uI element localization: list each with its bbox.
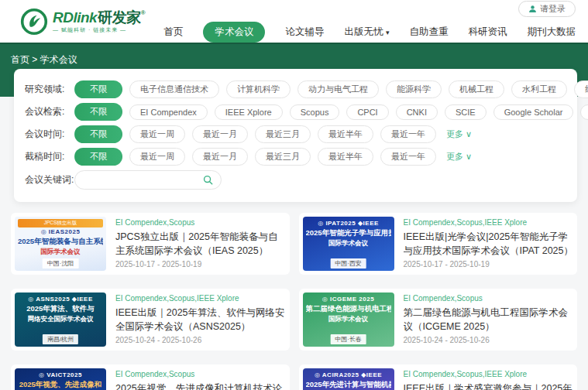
filter-pill[interactable]: 最近一年 xyxy=(380,125,436,143)
filter-pill[interactable]: 电子信息通信技术 xyxy=(129,80,219,98)
more-link[interactable]: 更多 ∨ xyxy=(446,128,472,140)
filter-pill[interactable]: 最近一月 xyxy=(192,148,248,166)
banner-title-line1: 2025年先进计算与智能机器人应用 xyxy=(306,380,391,390)
filter-label: 截稿时间: xyxy=(25,150,74,163)
filter-pill[interactable]: 能源科学 xyxy=(386,80,442,98)
conference-title[interactable]: IEEE出版｜2025年算法、软件与网络安全国际学术会议（ASNS2025） xyxy=(115,306,286,334)
banner-heading: ◎ IEAS2025 xyxy=(18,228,103,235)
filter-pill[interactable]: 最近一周 xyxy=(129,148,185,166)
filter-pill[interactable]: 最近三月 xyxy=(255,125,311,143)
conference-title[interactable]: JPCS独立出版｜2025年智能装备与自主系统国际学术会议（IEAS 2025） xyxy=(115,230,286,258)
conference-card[interactable]: JPCS独立出版 ◎ IEAS2025 2025年智能装备与自主系统 国际学术会… xyxy=(11,213,290,275)
conference-title[interactable]: IEEE出版|光学会议|2025年智能光子学与应用技术国际学术会议（IPAT 2… xyxy=(404,230,574,258)
breadcrumb[interactable]: 首页 > 学术会议 xyxy=(11,53,577,67)
index-tags: EI Compendex,Scopus xyxy=(115,370,286,378)
nav-conferences[interactable]: 学术会议 xyxy=(203,22,265,43)
filter-pill[interactable]: 不限 xyxy=(74,148,122,166)
index-tags: EI Compendex,Scopus,IEEE Xplore xyxy=(404,370,574,378)
banner-title-line1: 2025年视觉、先进成像和 xyxy=(18,380,103,390)
keyword-search-input[interactable] xyxy=(83,176,203,185)
conference-dates: 2025-10-24 - 2025-10-26 xyxy=(404,336,490,344)
banner-strip: JPCS独立出版 xyxy=(18,219,103,228)
keyword-search-box xyxy=(74,170,222,190)
banner-title-line2: 国际学术会议 xyxy=(306,239,391,248)
conference-banner-image: JPCS独立出版 ◎ IEAS2025 2025年智能装备与自主系统 国际学术会… xyxy=(15,217,106,271)
banner-heading: ◎ ASNS2025 ◆IEEE xyxy=(18,296,103,303)
conference-card[interactable]: ◎ VAICT2025 2025年视觉、先进成像和 计算机技术国际学术会议 EI… xyxy=(11,364,290,390)
filter-pill[interactable]: 不限 xyxy=(74,103,122,121)
filter-pill[interactable]: 动力与电气工程 xyxy=(297,80,379,98)
filter-pill[interactable]: Scopus xyxy=(290,104,340,120)
filter-pill[interactable]: 计算机科学 xyxy=(226,80,291,98)
filter-pill[interactable]: 经济学 xyxy=(574,80,588,98)
logo-hand-icon xyxy=(20,8,48,36)
brand-tagline: — 赋能科研 · 链接未来 — xyxy=(53,27,145,32)
filter-pill[interactable]: 最近半年 xyxy=(318,125,373,143)
banner-title-line2: 国际学术会议 xyxy=(306,315,391,324)
nav-paper-coaching[interactable]: 论文辅导 xyxy=(285,26,324,39)
conference-card[interactable]: ◎ IPAT2025 ◆IEEE 2025年智能光子学与应用技术 国际学术会议 … xyxy=(299,213,578,275)
filter-row-deadline-time: 截稿时间: 不限 最近一周 最近一月 最近三月 最近半年 最近一年 更多 ∨ xyxy=(25,148,566,166)
banner-heading: ◎ IPAT2025 ◆IEEE xyxy=(306,220,391,227)
location-badge: 中国·西安 xyxy=(330,258,366,269)
logo[interactable]: RDlink研发家® — 赋能科研 · 链接未来 — xyxy=(20,8,145,36)
banner-heading: ◎ ACIRA2025 ◆IEEE xyxy=(306,371,391,378)
conference-card-grid: JPCS独立出版 ◎ IEAS2025 2025年智能装备与自主系统 国际学术会… xyxy=(0,202,588,390)
filter-pill[interactable]: CPCI xyxy=(346,104,388,120)
app-header: RDlink研发家® — 赋能科研 · 链接未来 — 请登录 首页 学术会议 论… xyxy=(0,0,588,43)
banner-title-line1: 2025年智能装备与自主系统 xyxy=(18,237,103,247)
conference-card[interactable]: ◎ ASNS2025 ◆IEEE 2025年算法、软件与 网络安全国际学术会议 … xyxy=(11,289,290,351)
conference-dates: 2025-10-17 - 2025-10-19 xyxy=(404,260,490,269)
location-badge: 中国·沈阳 xyxy=(43,258,79,269)
conference-title[interactable]: IEEE出版｜学术盛宴邀您参与｜2025年先进计算与智能机器人应用国际学术会议（… xyxy=(404,381,574,390)
conference-banner-image: ◎ VAICT2025 2025年视觉、先进成像和 计算机技术国际学术会议 xyxy=(15,368,106,390)
banner-title-line1: 2025年算法、软件与 xyxy=(18,304,103,314)
filter-pill[interactable]: 最近一周 xyxy=(129,125,185,143)
search-icon[interactable] xyxy=(203,175,213,185)
filter-row-conference-time: 会议时间: 不限 最近一周 最近一月 最近三月 最近半年 最近一年 更多 ∨ xyxy=(25,125,566,143)
nav-journal-bigdata[interactable]: 期刊大数据 xyxy=(528,26,576,39)
conference-dates: 2025-10-24 - 2025-10-26 xyxy=(115,336,201,344)
filter-pill[interactable]: 不限 xyxy=(74,80,122,98)
filter-label: 会议时间: xyxy=(25,128,74,141)
filter-pill[interactable]: Google Scholar xyxy=(493,104,574,120)
filter-pill[interactable]: 不限 xyxy=(74,125,122,143)
filter-pill[interactable]: 最近半年 xyxy=(318,148,373,166)
login-button[interactable]: 请登录 xyxy=(518,1,576,17)
banner-title-line1: 2025年智能光子学与应用技术 xyxy=(306,228,391,238)
nav-research-news[interactable]: 科研资讯 xyxy=(469,26,507,39)
filter-pill[interactable]: 最近一月 xyxy=(192,125,248,143)
location-badge: 中国·长春 xyxy=(330,334,366,344)
filter-pill[interactable]: SCIE xyxy=(445,104,487,120)
nav-plagiarism-check[interactable]: 自助查重 xyxy=(410,26,449,39)
banner-title-line1: 第二届绿色能源与机电工程 xyxy=(306,304,391,314)
conference-banner-image: ◎ ICGEME 2025 第二届绿色能源与机电工程 国际学术会议 中国·长春 xyxy=(303,292,394,347)
index-tags: EI Compendex,Scopus xyxy=(404,294,574,303)
filter-row-keyword: 会议关键词: xyxy=(25,170,566,190)
nav-publishing[interactable]: 出版无忧 ▾ xyxy=(344,26,389,39)
index-tags: EI Compendex,Scopus xyxy=(115,218,286,227)
conference-banner-image: ◎ ACIRA2025 ◆IEEE 2025年先进计算与智能机器人应用 国际学术… xyxy=(303,368,394,390)
conference-banner-image: ◎ IPAT2025 ◆IEEE 2025年智能光子学与应用技术 国际学术会议 … xyxy=(303,217,394,271)
more-link[interactable]: 更多 ∨ xyxy=(446,151,472,162)
filter-pill[interactable]: SCI xyxy=(580,104,588,120)
filter-label: 会议检索: xyxy=(25,105,74,118)
conference-title[interactable]: 第二届绿色能源与机电工程国际学术会议（ICGEME 2025） xyxy=(404,306,574,334)
conference-card[interactable]: ◎ ICGEME 2025 第二届绿色能源与机电工程 国际学术会议 中国·长春 … xyxy=(299,289,578,351)
brand-name: RDlink研发家® xyxy=(53,10,145,25)
filter-row-research-field: 研究领域: 不限 电子信息通信技术 计算机科学 动力与电气工程 能源科学 机械工… xyxy=(25,80,566,98)
banner-title-line2: 国际学术会议 xyxy=(18,248,103,257)
filter-pill[interactable]: 最近一年 xyxy=(380,148,436,166)
conference-dates: 2025-10-17 - 2025-10-19 xyxy=(115,260,201,269)
filter-pill[interactable]: 机械工程 xyxy=(449,80,504,98)
conference-card[interactable]: ◎ ACIRA2025 ◆IEEE 2025年先进计算与智能机器人应用 国际学术… xyxy=(299,364,578,390)
nav-home[interactable]: 首页 xyxy=(163,26,183,39)
filter-pill[interactable]: EI Compendex xyxy=(129,104,208,120)
filter-pill[interactable]: IEEE Xplore xyxy=(215,104,283,120)
filter-label: 研究领域: xyxy=(25,83,74,96)
filter-pill[interactable]: 水利工程 xyxy=(511,80,567,98)
filter-pill[interactable]: CNKI xyxy=(396,104,438,120)
conference-title[interactable]: 2025年视觉、先进成像和计算机技术论坛(VAICT 2025) xyxy=(115,381,286,390)
filter-row-index-db: 会议检索: 不限 EI Compendex IEEE Xplore Scopus… xyxy=(25,103,566,121)
filter-pill[interactable]: 最近三月 xyxy=(255,148,311,166)
